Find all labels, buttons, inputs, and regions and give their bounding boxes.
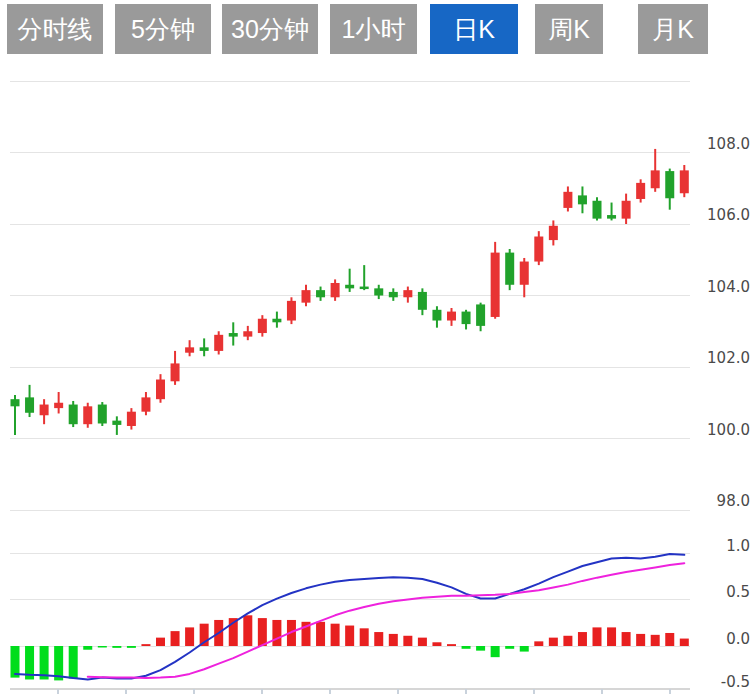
macd-bar — [389, 634, 398, 646]
candle-body — [141, 397, 150, 411]
candle-body — [636, 183, 645, 199]
candle-body — [520, 262, 529, 285]
macd-bar — [360, 628, 369, 646]
candle-body — [83, 406, 92, 424]
macd-bar — [345, 626, 354, 646]
candle-body — [651, 170, 660, 188]
macd-bar — [665, 633, 674, 646]
macd-bar — [607, 627, 616, 646]
macd-bar — [622, 632, 631, 646]
candle-body — [11, 399, 20, 406]
candle-body — [331, 283, 340, 297]
macd-bar — [505, 646, 514, 649]
candle-body — [680, 170, 689, 193]
macd-axis-label: -0.5 — [721, 673, 750, 691]
macd-bar — [578, 632, 587, 646]
candle-body — [534, 237, 543, 262]
candle-body — [447, 312, 456, 321]
candles-group — [11, 149, 689, 435]
candle-body — [302, 290, 311, 303]
candle-body — [345, 285, 354, 289]
candle-body — [69, 405, 78, 425]
candle-body — [112, 421, 121, 425]
price-axis-label: 104.0 — [707, 278, 750, 296]
candle-body — [665, 171, 674, 198]
candle-body — [243, 331, 252, 336]
candle-body — [316, 290, 325, 297]
candle-body — [593, 201, 602, 219]
macd-bar — [520, 646, 529, 652]
macd-bar — [258, 618, 267, 646]
macd-bar — [272, 620, 281, 646]
macd-bar — [636, 634, 645, 646]
price-axis-label: 102.0 — [707, 349, 750, 367]
candle-body — [171, 363, 180, 381]
candle-body — [258, 319, 267, 333]
macd-bar — [534, 641, 543, 646]
macd-bar — [316, 622, 325, 646]
macd-axis-label: 0.0 — [726, 630, 750, 648]
candle-body — [505, 253, 514, 285]
macd-histogram — [11, 615, 689, 680]
macd-bar — [432, 642, 441, 646]
macd-bar — [563, 636, 572, 646]
candle-body — [476, 304, 485, 325]
macd-axis-label: 0.5 — [726, 583, 750, 601]
macd-lines — [15, 554, 684, 680]
macd-bar — [127, 646, 136, 648]
gridlines — [10, 81, 690, 694]
candle-body — [418, 292, 427, 310]
candle-body — [127, 412, 136, 426]
price-axis-label: 98.0 — [717, 492, 750, 510]
dif-line — [15, 554, 684, 680]
candle-body — [578, 195, 587, 204]
macd-bar — [462, 646, 471, 649]
macd-bar — [549, 638, 558, 646]
candle-body — [607, 215, 616, 219]
candle-body — [622, 201, 631, 219]
candle-body — [462, 312, 471, 325]
candle-body — [432, 310, 441, 321]
macd-bar — [418, 638, 427, 646]
macd-bar — [651, 635, 660, 646]
candle-body — [40, 405, 49, 416]
macd-bar — [185, 627, 194, 646]
candle-body — [200, 347, 209, 351]
macd-bar — [243, 615, 252, 646]
macd-bar — [171, 631, 180, 646]
candle-body — [54, 403, 63, 408]
macd-bar — [593, 627, 602, 646]
candle-body — [403, 290, 412, 297]
candle-body — [287, 301, 296, 321]
macd-bar — [141, 644, 150, 646]
candle-body — [272, 319, 281, 323]
candle-body — [25, 397, 34, 412]
macd-bar — [374, 632, 383, 646]
price-axis-label: 106.0 — [707, 206, 750, 224]
macd-bar — [331, 624, 340, 646]
macd-bar — [491, 646, 500, 657]
candle-body — [214, 335, 223, 351]
macd-bar — [680, 639, 689, 646]
kline-macd-chart: 108.0106.0104.0102.0100.098.01.00.50.0-0… — [0, 0, 755, 694]
macd-bar — [83, 646, 92, 650]
axis-labels: 108.0106.0104.0102.0100.098.01.00.50.0-0… — [707, 135, 750, 691]
price-axis-label: 108.0 — [707, 135, 750, 153]
macd-bar — [112, 646, 121, 648]
candle-body — [374, 288, 383, 295]
candle-body — [491, 253, 500, 317]
price-axis-label: 100.0 — [707, 421, 750, 439]
candle-body — [549, 226, 558, 240]
macd-bar — [156, 638, 165, 646]
macd-bar — [447, 644, 456, 646]
macd-axis-label: 1.0 — [726, 537, 750, 555]
macd-bar — [403, 636, 412, 646]
macd-bar — [11, 646, 20, 678]
candle-body — [229, 333, 238, 337]
candle-body — [389, 292, 398, 297]
candle-body — [156, 380, 165, 400]
candle-body — [98, 405, 107, 424]
candle-body — [185, 347, 194, 352]
macd-bar — [476, 646, 485, 651]
macd-bar — [69, 646, 78, 679]
